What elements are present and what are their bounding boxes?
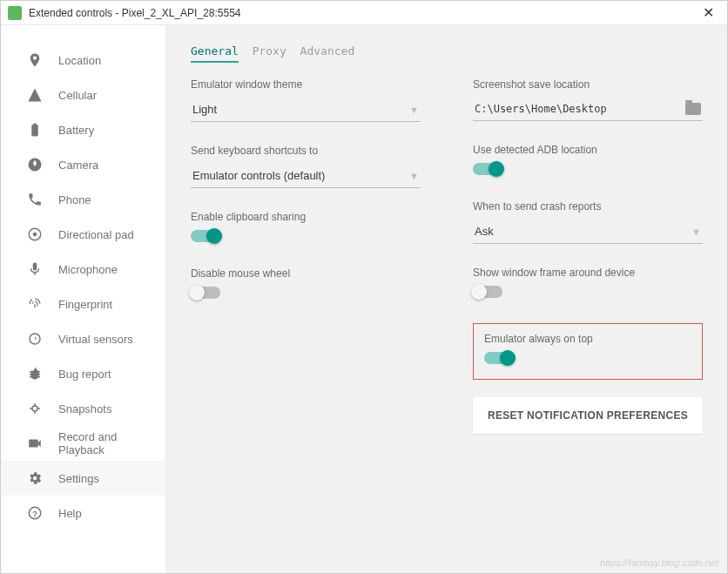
- left-column: Emulator window theme Light ▼ Send keybo…: [191, 78, 421, 434]
- sidebar-item-label: Location: [58, 54, 101, 67]
- right-column: Screenshot save location C:\Users\Home\D…: [473, 78, 703, 434]
- ontop-toggle[interactable]: [484, 352, 514, 364]
- chevron-down-icon: ▼: [691, 226, 701, 237]
- mousewheel-toggle[interactable]: [191, 287, 220, 299]
- clipboard-toggle[interactable]: [191, 230, 220, 242]
- adb-label: Use detected ADB location: [473, 144, 703, 156]
- sidebar-item-label: Camera: [58, 159, 98, 172]
- microphone-icon: [27, 261, 43, 277]
- sidebar-item-cellular[interactable]: Cellular: [1, 78, 165, 112]
- fingerprint-icon: [27, 296, 43, 312]
- shortcuts-dropdown[interactable]: Emulator controls (default) ▼: [191, 164, 421, 188]
- tabs: General Proxy Advanced: [191, 44, 703, 63]
- setting-mousewheel: Disable mouse wheel: [191, 267, 421, 301]
- body: Location Cellular Battery Camera Phone D…: [1, 25, 727, 573]
- setting-frame: Show window frame around device: [473, 267, 703, 301]
- chevron-down-icon: ▼: [409, 105, 419, 115]
- sidebar-item-location[interactable]: Location: [1, 43, 165, 78]
- sidebar-item-help[interactable]: ? Help: [1, 496, 165, 530]
- theme-dropdown[interactable]: Light ▼: [191, 98, 421, 122]
- theme-value: Light: [192, 103, 217, 116]
- ontop-label: Emulator always on top: [484, 333, 691, 345]
- cellular-icon: [27, 87, 43, 103]
- sidebar-item-phone[interactable]: Phone: [1, 182, 165, 217]
- help-icon: ?: [27, 505, 43, 521]
- battery-icon: [27, 122, 43, 138]
- phone-icon: [27, 192, 43, 207]
- titlebar: Extended controls - Pixel_2_XL_API_28:55…: [1, 1, 727, 25]
- window: Extended controls - Pixel_2_XL_API_28:55…: [0, 0, 728, 574]
- close-icon[interactable]: ✕: [696, 4, 720, 21]
- sidebar-item-label: Settings: [58, 472, 99, 485]
- sidebar-item-battery[interactable]: Battery: [1, 112, 165, 147]
- shortcuts-label: Send keyboard shortcuts to: [191, 145, 421, 157]
- gear-icon: [27, 470, 43, 486]
- reset-notifications-button[interactable]: RESET NOTIFICATION PREFERENCES: [473, 397, 703, 434]
- theme-label: Emulator window theme: [191, 78, 421, 91]
- dpad-icon: [27, 226, 43, 242]
- sidebar-item-settings[interactable]: Settings: [1, 461, 165, 496]
- sidebar-item-directional-pad[interactable]: Directional pad: [1, 217, 165, 252]
- sensors-icon: [27, 331, 43, 347]
- shortcuts-value: Emulator controls (default): [192, 169, 325, 182]
- setting-clipboard: Enable clipboard sharing: [191, 211, 421, 245]
- setting-screenshot: Screenshot save location C:\Users\Home\D…: [473, 78, 703, 121]
- main-panel: General Proxy Advanced Emulator window t…: [166, 25, 727, 573]
- svg-point-1: [33, 233, 37, 237]
- adb-toggle[interactable]: [473, 163, 502, 175]
- sidebar-item-fingerprint[interactable]: Fingerprint: [1, 287, 165, 321]
- sidebar-item-label: Microphone: [58, 263, 118, 276]
- tab-proxy[interactable]: Proxy: [253, 44, 286, 61]
- record-icon: [27, 436, 43, 451]
- folder-icon[interactable]: [685, 103, 701, 115]
- setting-crash: When to send crash reports Ask ▼: [473, 200, 703, 244]
- clipboard-label: Enable clipboard sharing: [191, 211, 421, 223]
- sidebar-item-label: Battery: [58, 124, 94, 137]
- sidebar-item-label: Fingerprint: [58, 298, 112, 311]
- setting-shortcuts: Send keyboard shortcuts to Emulator cont…: [191, 145, 421, 188]
- sidebar-item-bug-report[interactable]: Bug report: [1, 356, 165, 391]
- sidebar-item-label: Record and Playback: [58, 430, 165, 456]
- app-icon: [8, 6, 22, 20]
- sidebar-item-label: Snapshots: [58, 402, 111, 415]
- sidebar-item-label: Virtual sensors: [58, 333, 133, 346]
- tab-advanced[interactable]: Advanced: [300, 44, 355, 61]
- crash-label: When to send crash reports: [473, 200, 703, 213]
- location-icon: [27, 52, 43, 68]
- screenshot-path-row[interactable]: C:\Users\Home\Desktop: [473, 98, 703, 121]
- frame-toggle[interactable]: [473, 286, 502, 298]
- screenshot-label: Screenshot save location: [473, 78, 703, 91]
- sidebar-item-label: Help: [58, 507, 82, 520]
- sidebar-item-camera[interactable]: Camera: [1, 147, 165, 182]
- mousewheel-label: Disable mouse wheel: [191, 267, 421, 280]
- settings-grid: Emulator window theme Light ▼ Send keybo…: [191, 78, 703, 434]
- snapshot-icon: [27, 401, 43, 416]
- watermark: https://fantasy.blog.csdn.net: [600, 557, 718, 568]
- frame-label: Show window frame around device: [473, 267, 703, 279]
- sidebar-item-virtual-sensors[interactable]: Virtual sensors: [1, 321, 165, 356]
- crash-dropdown[interactable]: Ask ▼: [473, 219, 703, 244]
- sidebar-item-label: Phone: [58, 193, 91, 206]
- sidebar-item-snapshots[interactable]: Snapshots: [1, 391, 165, 426]
- camera-icon: [27, 157, 43, 172]
- svg-text:?: ?: [32, 509, 37, 518]
- screenshot-path: C:\Users\Home\Desktop: [475, 103, 607, 115]
- sidebar-item-label: Directional pad: [58, 228, 134, 241]
- setting-adb: Use detected ADB location: [473, 144, 703, 178]
- sidebar-item-microphone[interactable]: Microphone: [1, 252, 165, 287]
- setting-theme: Emulator window theme Light ▼: [191, 78, 421, 122]
- setting-ontop: Emulator always on top: [484, 333, 691, 367]
- crash-value: Ask: [475, 225, 494, 238]
- chevron-down-icon: ▼: [409, 171, 419, 181]
- sidebar: Location Cellular Battery Camera Phone D…: [1, 25, 166, 573]
- highlight-box: Emulator always on top: [473, 323, 703, 380]
- bug-icon: [27, 366, 43, 382]
- window-title: Extended controls - Pixel_2_XL_API_28:55…: [29, 7, 696, 19]
- sidebar-item-label: Bug report: [58, 368, 111, 381]
- sidebar-item-record-playback[interactable]: Record and Playback: [1, 426, 165, 461]
- tab-general[interactable]: General: [191, 44, 239, 63]
- sidebar-item-label: Cellular: [58, 89, 97, 102]
